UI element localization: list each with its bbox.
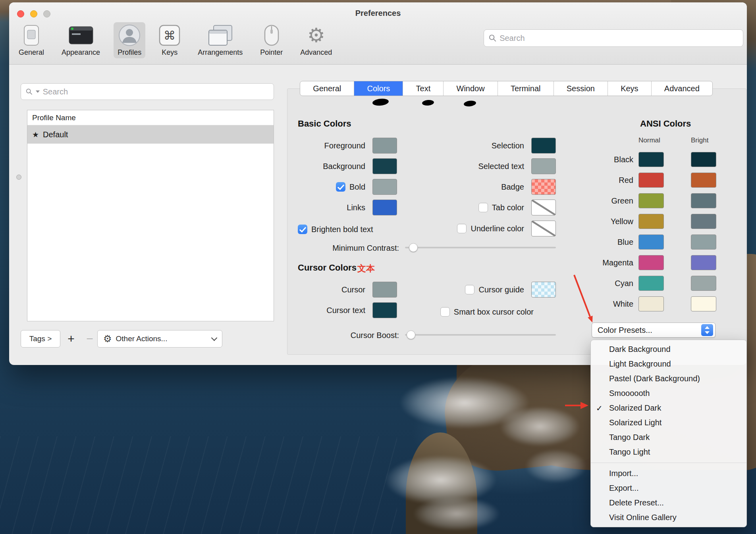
menu-item-solarized-dark[interactable]: ✓ Solarized Dark	[591, 401, 746, 415]
ansi-white-bright-well[interactable]	[691, 296, 716, 311]
underline-color-label: Underline color	[471, 224, 524, 233]
smart-box-label: Smart box cursor color	[454, 307, 534, 317]
ansi-black-normal-well[interactable]	[638, 152, 664, 167]
menu-item-import[interactable]: Import...	[591, 466, 746, 481]
slider-thumb[interactable]	[409, 243, 418, 252]
tab-advanced[interactable]: Advanced	[651, 81, 712, 96]
checkmark-icon: ✓	[596, 403, 603, 413]
keys-icon: ⌘	[159, 24, 180, 47]
ansi-blue-normal-well[interactable]	[638, 234, 664, 250]
toolbar-search-input[interactable]	[499, 34, 738, 43]
ansi-red-row: Red	[545, 173, 728, 188]
ansi-red-normal-well[interactable]	[638, 173, 664, 188]
ansi-black-row: Black	[545, 152, 728, 167]
profile-search-input[interactable]	[43, 87, 269, 96]
appearance-icon	[69, 24, 93, 47]
toolbar-item-arrangements[interactable]: Arrangements	[194, 22, 247, 58]
toolbar-item-pointer[interactable]: Pointer	[256, 22, 287, 58]
toolbar-item-label: Keys	[162, 48, 177, 57]
ansi-magenta-bright-well[interactable]	[691, 255, 716, 270]
toolbar-item-label: Appearance	[62, 48, 100, 57]
brighten-bold-label: Brighten bold text	[311, 225, 373, 234]
tab-terminal[interactable]: Terminal	[498, 81, 554, 96]
menu-item-solarized-light[interactable]: Solarized Light	[591, 415, 746, 430]
menu-separator	[591, 463, 746, 463]
background-label: Background	[323, 162, 365, 171]
toolbar-item-label: General	[19, 48, 44, 57]
selection-color-well[interactable]	[531, 138, 556, 154]
cursor-boost-slider[interactable]	[405, 330, 556, 340]
slider-thumb[interactable]	[407, 330, 415, 339]
tab-session[interactable]: Session	[554, 81, 608, 96]
ansi-green-row: Green	[545, 193, 728, 208]
badge-label: Badge	[501, 182, 524, 192]
ansi-cyan-normal-well[interactable]	[638, 276, 664, 291]
tab-color-checkbox[interactable]	[478, 203, 488, 212]
ansi-yellow-row: Yellow	[545, 214, 728, 229]
toolbar-item-profiles[interactable]: Profiles	[114, 22, 145, 58]
menu-item-visit-online-gallery[interactable]: Visit Online Gallery	[591, 510, 746, 525]
menu-item-tango-dark[interactable]: Tango Dark	[591, 430, 746, 445]
tab-color-label: Tab color	[492, 203, 524, 212]
toolbar-item-general[interactable]: General	[15, 22, 48, 58]
tab-text[interactable]: Text	[403, 81, 443, 96]
cursor-boost-label: Cursor Boost:	[285, 330, 399, 340]
smart-box-checkbox[interactable]	[440, 307, 450, 317]
preferences-window: Preferences General Appearance Profiles	[9, 2, 747, 365]
bold-checkbox[interactable]	[336, 182, 345, 192]
profile-tabs: General Colors Text Window Terminal Sess…	[300, 81, 713, 96]
tab-window[interactable]: Window	[443, 81, 497, 96]
minimum-contrast-label: Minimum Contrast:	[285, 243, 399, 253]
wallpaper-foam	[516, 444, 596, 488]
menu-item-pastel-dark-background[interactable]: Pastel (Dark Background)	[591, 371, 746, 386]
menu-item-smoooooth[interactable]: Smoooooth	[591, 386, 746, 401]
brighten-bold-row: Brighten bold text	[298, 224, 373, 235]
ansi-yellow-bright-well[interactable]	[691, 214, 716, 229]
ansi-black-bright-well[interactable]	[691, 152, 716, 167]
ansi-green-normal-well[interactable]	[638, 193, 664, 208]
slider-track	[405, 334, 556, 336]
menu-item-tango-light[interactable]: Tango Light	[591, 445, 746, 459]
tags-button[interactable]: Tags >	[21, 330, 60, 348]
desktop: Preferences General Appearance Profiles	[0, 0, 756, 534]
tab-general[interactable]: General	[300, 81, 354, 96]
window-edge-dot	[16, 175, 21, 180]
popup-updown-chevron-icon	[701, 324, 713, 336]
ansi-green-bright-well[interactable]	[691, 193, 716, 208]
toolbar-item-appearance[interactable]: Appearance	[58, 22, 104, 58]
other-actions-label: Other Actions...	[116, 334, 168, 343]
search-icon	[489, 34, 496, 42]
menu-item-dark-background[interactable]: Dark Background	[591, 342, 746, 357]
ansi-white-normal-well[interactable]	[638, 296, 664, 311]
smart-box-row: Smart box cursor color	[366, 304, 556, 320]
cursor-guide-checkbox[interactable]	[465, 285, 474, 294]
slider-track	[405, 247, 556, 248]
profile-list-header: Profile Name	[27, 110, 274, 125]
ansi-yellow-normal-well[interactable]	[638, 214, 664, 229]
underline-color-checkbox[interactable]	[457, 224, 467, 233]
ansi-magenta-normal-well[interactable]	[638, 255, 664, 270]
tab-keys[interactable]: Keys	[608, 81, 651, 96]
wallpaper-foam	[401, 492, 512, 534]
cursor-text-label: Cursor text	[326, 306, 365, 315]
ansi-cyan-bright-well[interactable]	[691, 276, 716, 291]
chevron-down-icon	[211, 334, 218, 341]
annotation-arrow-to-presets	[567, 270, 603, 328]
minimum-contrast-slider[interactable]	[405, 243, 556, 252]
add-profile-button[interactable]: +	[62, 330, 80, 348]
remove-profile-button[interactable]: −	[82, 330, 98, 348]
menu-item-light-background[interactable]: Light Background	[591, 357, 746, 371]
menu-item-delete-preset[interactable]: Delete Preset...	[591, 496, 746, 510]
color-presets-select[interactable]: Color Presets...	[592, 323, 716, 338]
ansi-red-bright-well[interactable]	[691, 173, 716, 188]
brighten-bold-checkbox[interactable]	[298, 225, 307, 234]
menu-item-export[interactable]: Export...	[591, 481, 746, 496]
toolbar-item-advanced[interactable]: ⚙ Advanced	[296, 22, 336, 58]
ansi-blue-bright-well[interactable]	[691, 234, 716, 250]
color-presets-menu: Dark Background Light Background Pastel …	[590, 340, 747, 527]
tab-colors[interactable]: Colors	[354, 81, 403, 96]
toolbar-item-label: Pointer	[260, 48, 283, 57]
other-actions-select[interactable]: ⚙ Other Actions...	[97, 330, 222, 348]
annotation-arrow-to-solarized-dark	[564, 399, 590, 412]
toolbar-item-keys[interactable]: ⌘ Keys	[155, 22, 184, 58]
